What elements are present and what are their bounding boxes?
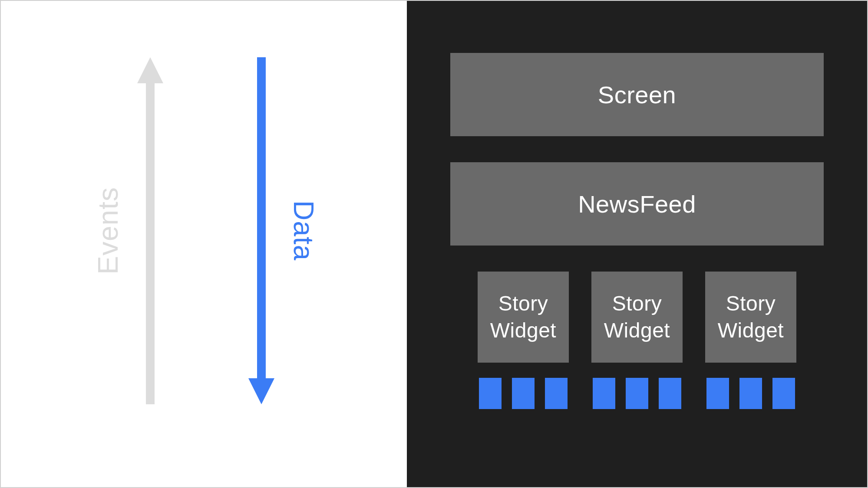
story-widget-label: Story Widget	[718, 290, 784, 344]
svg-marker-0	[137, 57, 163, 404]
blue-square-group	[591, 378, 683, 409]
arrow-up-icon	[137, 57, 163, 404]
story-widget-label: Story Widget	[604, 290, 670, 344]
blue-square	[739, 378, 762, 409]
blue-square	[545, 378, 568, 409]
right-panel: Screen NewsFeed Story Widget Story Widge…	[407, 1, 867, 487]
arrow-down-icon	[248, 57, 274, 404]
screen-box: Screen	[450, 53, 824, 136]
data-label: Data	[287, 200, 320, 261]
screen-box-label: Screen	[598, 81, 676, 109]
events-arrow-group: Events	[92, 57, 163, 404]
blue-squares-container	[450, 378, 824, 409]
diagram-container: Events Data Screen NewsFeed Story Widget	[0, 0, 868, 488]
blue-square	[593, 378, 615, 409]
blue-square	[659, 378, 681, 409]
blue-square	[772, 378, 795, 409]
left-panel: Events Data	[1, 1, 407, 487]
newsfeed-box-label: NewsFeed	[578, 190, 696, 218]
blue-square	[479, 378, 502, 409]
svg-marker-1	[248, 57, 274, 404]
blue-square-group	[478, 378, 569, 409]
events-label: Events	[92, 187, 124, 275]
blue-square	[512, 378, 535, 409]
newsfeed-box: NewsFeed	[450, 162, 824, 246]
story-widget-box: Story Widget	[705, 272, 796, 363]
blue-square	[706, 378, 729, 409]
story-widget-box: Story Widget	[478, 272, 569, 363]
story-widget-box: Story Widget	[591, 272, 683, 363]
story-widgets-row: Story Widget Story Widget Story Widget	[450, 272, 824, 363]
blue-square-group	[705, 378, 796, 409]
data-arrow-group: Data	[248, 57, 320, 404]
story-widget-label: Story Widget	[490, 290, 556, 344]
blue-square	[626, 378, 648, 409]
